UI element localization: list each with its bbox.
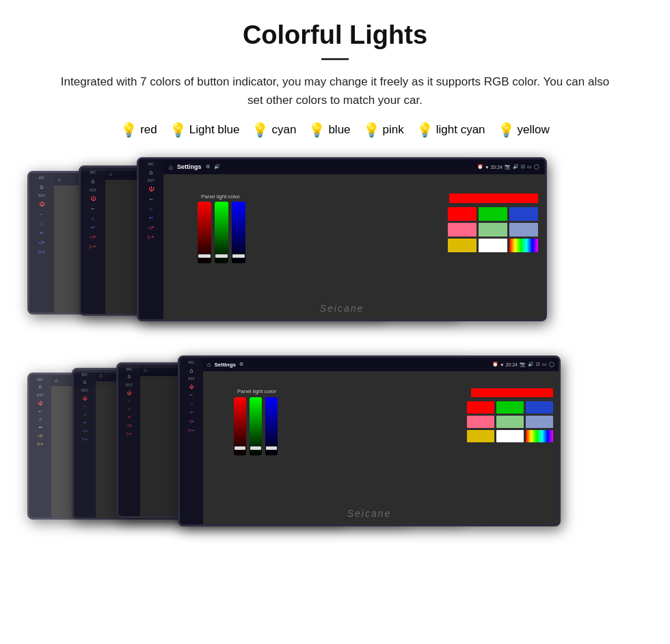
device-main-top: MIC ⌂ RST ⏻ ← ⌂ ↩ ◁+ ▷+ ⌂ Settings ⚙🔊 ⏰♥… [137, 157, 547, 321]
main-title: Colorful Lights [27, 21, 643, 50]
yellow-bulb-icon: 💡 [498, 123, 515, 137]
panel-label: Panel light color [201, 193, 240, 200]
title-section: Colorful Lights Integrated with 7 colors… [27, 21, 643, 109]
color-item-yellow: 💡 yellow [498, 123, 550, 137]
top-devices-row: MIC ⌂ RST ⏻ ← ⌂ ↩ ◁+ ▷+ ⌂ ← MIC ⌂ RST [27, 157, 643, 342]
blue-bulb-icon: 💡 [308, 123, 325, 137]
watermark-top: Seicane [320, 303, 364, 314]
color-item-lightblue: 💡 Light blue [170, 123, 240, 137]
color-label-cyan: cyan [271, 123, 296, 137]
color-item-red: 💡 red [120, 123, 157, 137]
red-bulb-icon: 💡 [120, 123, 137, 137]
lightcyan-bulb-icon: 💡 [416, 123, 433, 137]
color-item-lightcyan: 💡 light cyan [416, 123, 485, 137]
lightblue-bulb-icon: 💡 [170, 123, 187, 137]
color-labels: 💡 red 💡 Light blue 💡 cyan 💡 blue 💡 pink … [27, 123, 643, 137]
watermark-bottom: Seicane [347, 508, 392, 519]
color-label-blue: blue [328, 123, 350, 137]
color-label-pink: pink [383, 123, 404, 137]
color-item-blue: 💡 blue [308, 123, 350, 137]
color-label-red: red [140, 123, 157, 137]
page-container: Colorful Lights Integrated with 7 colors… [0, 0, 670, 567]
color-label-lightblue: Light blue [189, 123, 240, 137]
color-label-yellow: yellow [518, 123, 550, 137]
device-main-bottom: MIC ⌂ RST ⏻ ← ⌂ ↩ ◁+ ▷+ ⌂ Settings ⚙ ⏰♥2… [178, 355, 561, 526]
color-label-lightcyan: light cyan [436, 123, 485, 137]
cyan-bulb-icon: 💡 [252, 123, 269, 137]
pink-bulb-icon: 💡 [363, 123, 380, 137]
subtitle: Integrated with 7 colors of button indic… [55, 72, 615, 109]
title-divider [321, 58, 349, 60]
color-item-pink: 💡 pink [363, 123, 404, 137]
color-item-cyan: 💡 cyan [252, 123, 296, 137]
bottom-devices-row: MIC ⌂ RST ⏻ ← ⌂ ↩ ◁+ ▷+ ⌂ Setti... ← MIC… [27, 355, 643, 540]
